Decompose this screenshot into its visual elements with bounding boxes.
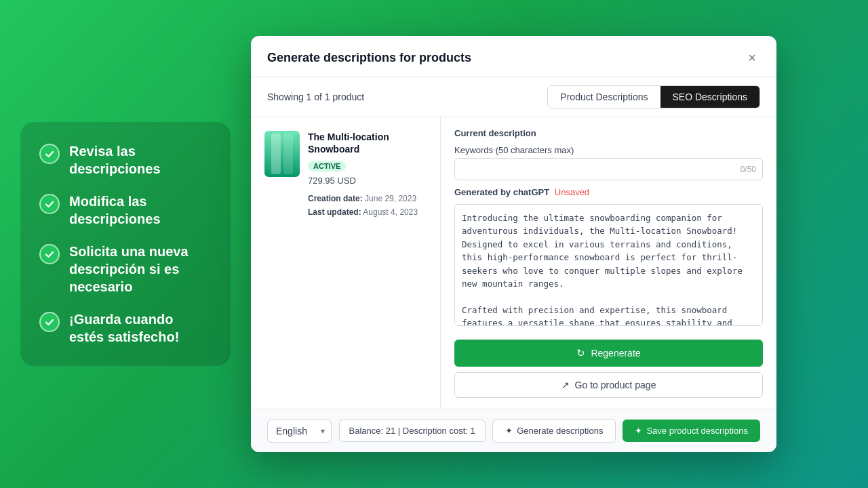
product-card: The Multi-location Snowboard ACTIVE 729.… [264,131,427,219]
checklist-label-1: Revisa las descripciones [69,142,212,178]
modal-close-button[interactable]: × [744,49,760,66]
creation-date-label: Creation date: [308,194,363,203]
checklist-item-4: ¡Guarda cuando estés satisfecho! [39,310,212,346]
keywords-label: Keywords (50 characters max) [454,145,763,155]
current-description-label: Current description [454,128,763,138]
checklist-item-1: Revisa las descripciones [39,142,212,178]
keywords-input[interactable] [454,158,763,180]
regenerate-label: Regenerate [591,348,640,359]
checklist-label-4: ¡Guarda cuando estés satisfecho! [69,310,212,346]
last-updated-label: Last updated: [308,207,361,217]
product-image [264,131,300,177]
product-name: The Multi-location Snowboard [308,131,427,155]
tab-seo-descriptions[interactable]: SEO Descriptions [660,86,760,108]
checklist-label-3: Solicita una nueva descripción si es nec… [69,243,212,296]
modal-header: Generate descriptions for products × [251,36,776,77]
check-icon-3 [39,244,60,264]
description-textarea-wrap [454,204,763,329]
save-icon: ✦ [635,426,642,436]
sparkle-icon: ✦ [505,426,513,436]
go-to-product-button[interactable]: ↗ Go to product page [454,372,763,398]
checklist-item-3: Solicita una nueva descripción si es nec… [39,243,212,296]
regenerate-button[interactable]: ↻ Regenerate [454,340,763,367]
language-select-wrap: English Spanish French ▾ [267,420,332,443]
description-side: Current description Keywords (50 charact… [441,117,776,409]
generated-label: Generated by chatGPT Unsaved [454,187,763,197]
modal-body: The Multi-location Snowboard ACTIVE 729.… [251,117,776,409]
left-checklist-panel: Revisa las descripciones Modifica las de… [20,122,231,366]
tab-product-descriptions[interactable]: Product Descriptions [548,86,660,108]
unsaved-badge: Unsaved [555,187,589,197]
modal-footer: English Spanish French ▾ Balance: 21 | D… [251,409,776,452]
footer-right-buttons: ✦ Generate descriptions ✦ Save product d… [492,419,760,443]
check-icon-1 [39,144,60,164]
product-price: 729.95 USD [308,176,427,186]
product-meta: Creation date: June 29, 2023 Last update… [308,192,427,218]
status-badge: ACTIVE [308,161,346,171]
language-select[interactable]: English Spanish French [267,420,332,443]
check-icon-2 [39,194,60,214]
action-buttons: ↻ Regenerate ↗ Go to product page [454,340,763,398]
keywords-field-group: Keywords (50 characters max) 0/50 [454,145,763,180]
checklist-item-2: Modifica las descripciones [39,192,212,228]
char-count: 0/50 [741,165,756,174]
regenerate-icon: ↻ [576,347,585,359]
external-link-icon: ↗ [561,380,570,390]
tab-group: Product Descriptions SEO Descriptions [547,85,760,108]
creation-date: June 29, 2023 [365,194,416,203]
description-textarea[interactable] [454,204,763,326]
keywords-input-wrap: 0/50 [454,158,763,180]
balance-info: Balance: 21 | Description cost: 1 [339,420,486,442]
modal-title: Generate descriptions for products [267,51,471,65]
generate-descriptions-modal: Generate descriptions for products × Sho… [251,36,776,452]
check-icon-4 [39,312,60,332]
product-side: The Multi-location Snowboard ACTIVE 729.… [251,117,441,409]
modal-toolbar: Showing 1 of 1 product Product Descripti… [251,77,776,117]
go-to-product-label: Go to product page [575,380,656,390]
generate-descriptions-button[interactable]: ✦ Generate descriptions [492,419,616,443]
showing-text: Showing 1 of 1 product [267,92,364,102]
save-label: Save product descriptions [646,426,748,436]
product-info: The Multi-location Snowboard ACTIVE 729.… [308,131,427,219]
checklist-label-2: Modifica las descripciones [69,192,212,228]
save-product-descriptions-button[interactable]: ✦ Save product descriptions [623,420,760,442]
generate-label: Generate descriptions [517,426,603,436]
generated-prefix: Generated by chatGPT [454,187,549,197]
last-updated: August 4, 2023 [363,207,418,217]
